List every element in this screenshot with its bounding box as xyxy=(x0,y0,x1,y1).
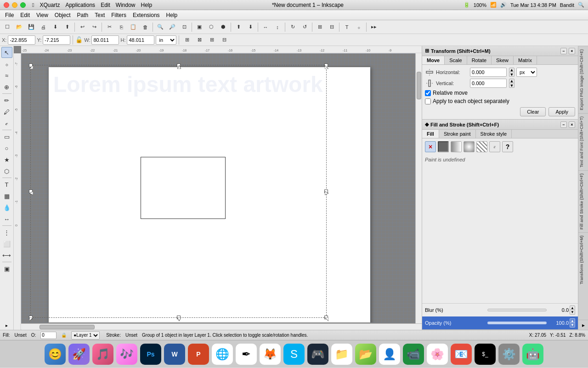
zoom-in-button[interactable]: 🔍 xyxy=(155,22,166,33)
strip-transform[interactable]: Transform (Shift+Ctrl+M) xyxy=(578,232,588,287)
snap-button[interactable]: ⊠ xyxy=(194,34,205,46)
connector-tool[interactable]: ↔ xyxy=(1,213,12,224)
strip-export-png[interactable]: Export PNG Image (Shift+Ctrl+E) xyxy=(578,46,588,113)
raise-button[interactable]: ⬆ xyxy=(233,22,244,33)
dock-contacts[interactable]: 👤 xyxy=(379,344,400,365)
dock-facetime[interactable]: 📹 xyxy=(403,344,424,365)
dropper-tool[interactable]: 💧 xyxy=(1,202,12,213)
help-menu[interactable]: Help xyxy=(141,2,153,8)
dock-photoshop[interactable]: Ps xyxy=(140,344,161,365)
layer-select[interactable]: ●Layer 1 xyxy=(71,331,100,339)
dock-photos[interactable]: 🌸 xyxy=(427,344,448,365)
ungroup-button[interactable]: ⬢ xyxy=(218,22,229,33)
fullscreen-button[interactable] xyxy=(20,2,26,8)
vertical-down-btn[interactable]: ▼ xyxy=(509,83,514,88)
strip-text-font[interactable]: Text and Font (Shift+Ctrl+T) xyxy=(578,113,588,170)
menu-filters[interactable]: Filters xyxy=(108,11,130,19)
close-button[interactable] xyxy=(4,2,9,8)
copy-button[interactable]: ⎘ xyxy=(116,22,127,33)
strip-expand-btn[interactable]: ▸ xyxy=(578,320,588,330)
flip-h-button[interactable]: ↔ xyxy=(260,22,271,33)
x-input[interactable] xyxy=(8,35,35,45)
clear-button[interactable]: Clear xyxy=(520,107,546,116)
relative-move-checkbox[interactable] xyxy=(425,90,431,96)
unit-select[interactable]: in px mm cm pt xyxy=(156,35,176,45)
menu-extensions[interactable]: Extensions xyxy=(130,11,163,19)
pencil-tool[interactable]: ✏ xyxy=(1,95,12,106)
tab-matrix[interactable]: Matrix xyxy=(514,56,537,64)
text-tool[interactable]: T xyxy=(1,179,12,190)
transform-panel-minimize[interactable]: − xyxy=(560,48,567,54)
tab-skew[interactable]: Skew xyxy=(492,56,514,64)
xquartz-menu[interactable]: XQuartz xyxy=(40,2,60,8)
horizontal-up-btn[interactable]: ▲ xyxy=(509,68,514,72)
paint-pattern-btn[interactable] xyxy=(476,141,487,152)
rect-tool[interactable]: ▭ xyxy=(1,131,12,142)
print-button[interactable]: 🖨 xyxy=(38,22,49,33)
more-button[interactable]: ▸▸ xyxy=(368,22,379,33)
minimize-button[interactable] xyxy=(12,2,17,8)
spray-tool[interactable]: ⋮ xyxy=(1,227,12,238)
opacity-status-input[interactable] xyxy=(40,332,57,339)
opacity-down-btn[interactable]: ▼ xyxy=(570,323,575,328)
stroke-paint-tab[interactable]: Stroke paint xyxy=(439,130,476,138)
menu-help[interactable]: Help xyxy=(163,11,181,19)
dock-chrome[interactable]: 🌐 xyxy=(212,344,233,365)
circle-tool[interactable]: ○ xyxy=(1,143,12,154)
select-tool[interactable]: ↖ xyxy=(1,47,12,58)
fill-tab[interactable]: Fill xyxy=(422,130,439,138)
expand-toolbox-button[interactable]: ▸ xyxy=(5,322,9,329)
dock-powerpoint[interactable]: P xyxy=(188,344,209,365)
lower-button[interactable]: ⬇ xyxy=(245,22,256,33)
opacity-up-btn[interactable]: ▲ xyxy=(570,318,575,323)
dock-foxmail[interactable]: 📧 xyxy=(451,344,472,365)
stroke-style-tab[interactable]: Stroke style xyxy=(476,130,512,138)
selected-rectangle[interactable] xyxy=(141,157,226,219)
scrollbar-horizontal[interactable] xyxy=(21,323,422,330)
horizontal-down-btn[interactable]: ▼ xyxy=(509,72,514,77)
paint-none-btn[interactable]: × xyxy=(425,141,436,152)
dock-music[interactable]: 🎵 xyxy=(92,344,113,365)
canvas-content[interactable]: Lorem ipsum text artwork xyxy=(21,53,422,322)
calligraphy-tool[interactable]: 𝒸 xyxy=(1,118,12,129)
pen-tool[interactable]: 🖊 xyxy=(1,106,12,117)
menu-view[interactable]: View xyxy=(33,11,51,19)
undo-button[interactable]: ↩ xyxy=(77,22,88,33)
cut-button[interactable]: ✂ xyxy=(104,22,115,33)
tab-move[interactable]: Move xyxy=(422,56,445,64)
paint-swatch-btn[interactable]: 𝜀 xyxy=(489,141,500,152)
text-tool-button[interactable]: T xyxy=(341,22,352,33)
node-tool-button[interactable]: ⬦ xyxy=(353,22,364,33)
distribute-button[interactable]: ⊟ xyxy=(326,22,337,33)
snap3-button[interactable]: ⊟ xyxy=(219,34,230,46)
blur-down-btn[interactable]: ▼ xyxy=(570,310,575,315)
document-page[interactable]: Lorem ipsum text artwork xyxy=(49,67,370,322)
apply-each-checkbox[interactable] xyxy=(425,98,431,104)
dock-word[interactable]: W xyxy=(164,344,185,365)
export-button[interactable]: ⬆ xyxy=(62,22,73,33)
dock-steam[interactable]: 🎮 xyxy=(307,344,328,365)
fill-stroke-minimize[interactable]: − xyxy=(560,121,567,128)
applications-menu[interactable]: Applications xyxy=(65,2,95,8)
horizontal-input[interactable] xyxy=(470,68,507,77)
star-tool[interactable]: ★ xyxy=(1,154,12,165)
redo-button[interactable]: ↪ xyxy=(89,22,100,33)
opacity-slider[interactable] xyxy=(487,322,547,324)
tab-rotate[interactable]: Rotate xyxy=(467,56,492,64)
paint-flat-btn[interactable] xyxy=(438,141,449,152)
dock-skype[interactable]: S xyxy=(283,344,305,365)
tab-scale[interactable]: Scale xyxy=(445,56,467,64)
gradient-tool[interactable]: ▦ xyxy=(1,190,12,201)
zoom-tool[interactable]: ⊕ xyxy=(1,81,12,92)
tweak-tool[interactable]: ≈ xyxy=(1,70,12,81)
dock-launchpad[interactable]: 🚀 xyxy=(68,344,90,365)
h-input[interactable] xyxy=(127,35,154,45)
zoom-fit-button[interactable]: ⊡ xyxy=(179,22,190,33)
node-edit-tool[interactable]: ⬦ xyxy=(1,58,12,69)
scrollbar-vertical[interactable] xyxy=(415,53,422,323)
rotate-cw-button[interactable]: ↻ xyxy=(287,22,298,33)
paint-unknown-btn[interactable]: ? xyxy=(502,141,513,152)
menu-path[interactable]: Path xyxy=(74,11,92,19)
search-icon[interactable]: 🔍 xyxy=(578,2,584,8)
window-menu[interactable]: Window xyxy=(116,2,136,8)
